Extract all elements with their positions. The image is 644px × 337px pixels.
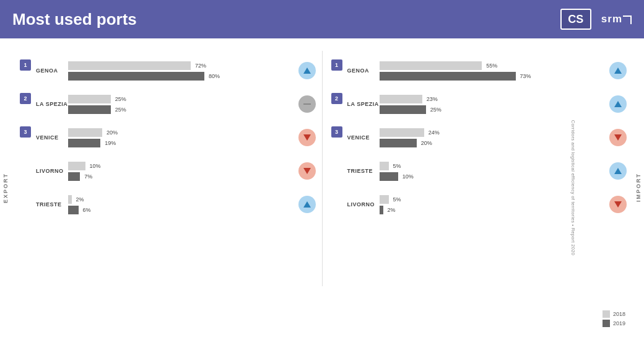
port-name: GENOA — [347, 68, 380, 74]
srm-logo: srm — [601, 13, 622, 25]
cs-logo: CS — [560, 9, 591, 30]
port-row: 1GENOA55%73% — [347, 57, 627, 84]
legend-label: 2018 — [613, 311, 625, 317]
bar-row-2018: 2% — [68, 195, 295, 204]
bar-row-2019: 80% — [68, 72, 295, 81]
trend-icon — [609, 129, 627, 146]
bar-label-2018: 55% — [486, 63, 497, 69]
port-row: LIVORNO5%2% — [347, 191, 627, 218]
legend-color-box — [603, 310, 610, 318]
bars-container: 23%25% — [380, 95, 606, 114]
report-citation: Corridors and logistical efficiency of t… — [570, 120, 575, 255]
svg-marker-6 — [614, 101, 622, 107]
bar-label-2019: 2% — [388, 207, 396, 213]
bar-2018 — [380, 95, 422, 103]
bar-2018 — [68, 195, 72, 204]
bar-2018 — [68, 95, 111, 103]
bar-label-2018: 2% — [76, 196, 84, 203]
bar-label-2018: 5% — [393, 196, 401, 203]
bar-label-2018: 72% — [195, 63, 206, 69]
port-name: LA SPEZIA — [36, 101, 68, 107]
port-row: TRIESTE5%10% — [347, 157, 627, 185]
bar-2019 — [380, 172, 398, 181]
bars-container: 25%25% — [68, 95, 295, 114]
svg-marker-3 — [303, 168, 311, 174]
bar-2018 — [380, 162, 389, 170]
port-name: LIVORNO — [347, 201, 380, 208]
bar-label-2019: 19% — [105, 140, 116, 146]
rank-badge: 1 — [331, 59, 342, 71]
port-row: LIVORNO10%7% — [36, 157, 316, 185]
legend: 20182019 — [603, 310, 625, 327]
bar-label-2018: 25% — [115, 96, 126, 102]
svg-marker-4 — [303, 201, 311, 208]
header: Most used ports CS srm — [0, 0, 644, 38]
trend-icon — [609, 196, 627, 213]
bar-2019 — [68, 72, 204, 81]
rank-badge: 2 — [20, 93, 31, 104]
bar-2018 — [68, 128, 102, 137]
rank-badge: 1 — [20, 59, 31, 71]
export-label: EXPORT — [0, 38, 11, 337]
svg-marker-0 — [303, 68, 311, 74]
bar-row-2018: 25% — [68, 95, 295, 103]
bar-label-2018: 5% — [393, 163, 401, 169]
bar-label-2019: 20% — [421, 140, 432, 146]
legend-label: 2019 — [613, 320, 625, 326]
trend-icon — [609, 95, 627, 113]
svg-marker-2 — [303, 134, 311, 141]
svg-marker-9 — [614, 201, 622, 208]
bar-row-2019: 19% — [68, 139, 295, 147]
bars-container: 20%19% — [68, 128, 295, 147]
bar-label-2018: 24% — [429, 129, 440, 136]
export-port-list: 1GENOA72%80%2LA SPEZIA25%25%3VENICE20%19… — [17, 57, 316, 218]
bar-label-2019: 73% — [520, 73, 531, 79]
bar-label-2018: 20% — [107, 129, 118, 136]
bars-container: 55%73% — [380, 61, 606, 81]
rank-badge: 3 — [331, 126, 342, 138]
bars-container: 10%7% — [68, 162, 295, 181]
trend-icon — [609, 62, 627, 79]
port-name: TRIESTE — [347, 168, 380, 174]
bar-2018 — [68, 162, 85, 170]
trend-icon — [298, 95, 316, 113]
bar-2019 — [380, 139, 417, 147]
port-name: GENOA — [36, 68, 68, 74]
rank-badge: 3 — [20, 126, 31, 138]
svg-marker-8 — [614, 168, 622, 174]
bar-row-2018: 23% — [380, 95, 606, 103]
port-row: TRIESTE2%6% — [36, 191, 316, 218]
trend-icon — [298, 62, 316, 79]
legend-color-box — [603, 320, 610, 327]
trend-icon — [298, 196, 316, 213]
svg-rect-1 — [303, 103, 311, 105]
bar-row-2018: 10% — [68, 162, 295, 170]
srm-logo-bracket — [623, 15, 632, 24]
bar-label-2018: 23% — [427, 96, 438, 102]
bar-2019 — [68, 172, 80, 181]
port-row: 1GENOA72%80% — [36, 57, 316, 84]
rank-badge: 2 — [331, 93, 342, 104]
bars-container: 72%80% — [68, 61, 295, 81]
trend-icon — [609, 162, 627, 180]
bar-row-2018: 20% — [68, 128, 295, 137]
bar-row-2019: 6% — [68, 206, 295, 214]
port-name: TRIESTE — [36, 201, 68, 208]
port-name: VENICE — [36, 134, 68, 141]
bars-container: 2%6% — [68, 195, 295, 214]
svg-marker-7 — [614, 134, 622, 141]
bar-2019 — [380, 206, 383, 214]
bar-label-2019: 25% — [115, 107, 126, 113]
bar-row-2018: 72% — [68, 61, 295, 70]
bar-row-2019: 25% — [380, 105, 606, 114]
svg-marker-5 — [614, 68, 622, 74]
logos: CS srm — [560, 9, 632, 30]
bar-2019 — [68, 206, 79, 214]
port-row: 3VENICE24%20% — [347, 124, 627, 151]
bar-2019 — [68, 105, 111, 114]
bar-row-2019: 7% — [68, 172, 295, 181]
bar-2019 — [68, 139, 100, 147]
port-name: VENICE — [347, 134, 380, 141]
bar-label-2019: 80% — [209, 73, 220, 79]
port-row: 2LA SPEZIA25%25% — [36, 90, 316, 118]
